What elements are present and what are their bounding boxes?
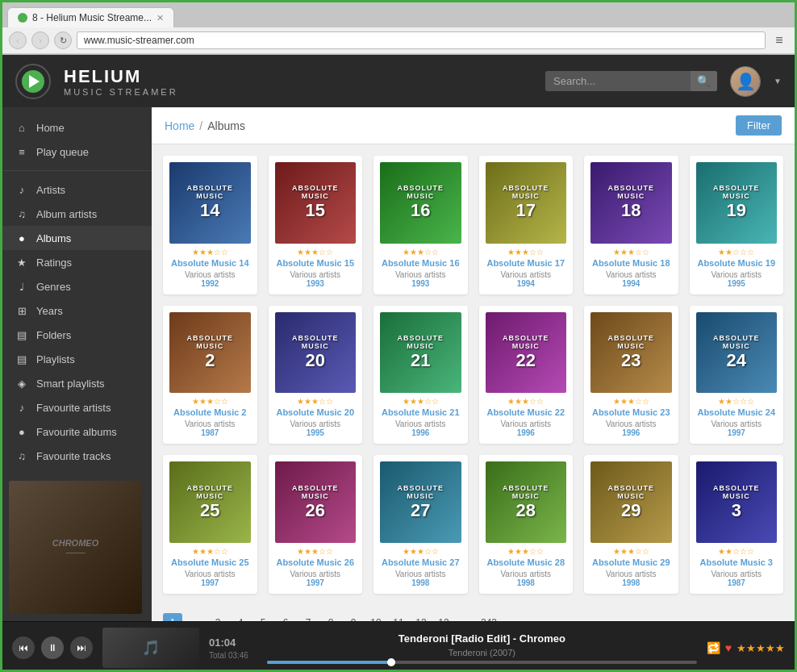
active-tab[interactable]: 8 - Helium Music Streame... ✕ (7, 7, 174, 27)
page-btn-6[interactable]: 6 (276, 613, 295, 621)
album-cover-12: ABSOLUTE MUSIC 24 (696, 312, 778, 394)
album-item-18[interactable]: ABSOLUTE MUSIC 3 ★★☆☆☆ Absolute Music 3 … (690, 455, 784, 594)
sidebar-item-home[interactable]: ⌂ Home (2, 115, 152, 140)
page-btn-242[interactable]: 242 (479, 613, 499, 621)
next-button[interactable]: ⏭ (70, 637, 93, 659)
album-artist-2: Various artists (275, 270, 357, 279)
album-title-4: Absolute Music 17 (486, 258, 567, 269)
album-artist-3: Various artists (380, 270, 461, 279)
tab-close-button[interactable]: ✕ (156, 13, 164, 23)
sidebar-item-albums[interactable]: ● Albums (2, 226, 152, 250)
sidebar-divider-1 (2, 170, 152, 171)
album-item-11[interactable]: ABSOLUTE MUSIC 23 ★★★☆☆ Absolute Music 2… (584, 306, 678, 445)
now-playing-panel: CHROMEO─── (2, 481, 152, 620)
people-icon: ♫ (15, 207, 28, 220)
album-item-4[interactable]: ABSOLUTE MUSIC 17 ★★★☆☆ Absolute Music 1… (479, 156, 574, 294)
sidebar-item-playlists[interactable]: ▤ Playlists (2, 347, 152, 371)
sidebar-item-folders[interactable]: ▤ Folders (2, 323, 152, 347)
album-item-3[interactable]: ABSOLUTE MUSIC 16 ★★★☆☆ Absolute Music 1… (373, 156, 468, 294)
user-dropdown-button[interactable]: ▼ (774, 77, 782, 86)
player-progress-thumb (387, 658, 395, 666)
breadcrumb-home[interactable]: Home (165, 119, 194, 132)
page-btn-9[interactable]: 9 (344, 613, 363, 621)
album-cover-label-5: ABSOLUTE MUSIC 18 (590, 162, 672, 244)
heart-button[interactable]: ♥ (725, 641, 732, 654)
player-progress-fill (267, 661, 391, 664)
sidebar: ⌂ Home ≡ Play queue ♪ Artists ♫ Album ar… (2, 107, 152, 621)
sidebar-item-smart-playlists[interactable]: ◈ Smart playlists (2, 371, 152, 395)
breadcrumb: Home / Albums (165, 119, 245, 132)
album-cover-6: ABSOLUTE MUSIC 19 (696, 162, 778, 244)
address-bar[interactable]: www.music-streamer.com (77, 31, 766, 49)
repeat-button[interactable]: 🔁 (707, 641, 720, 654)
user-avatar[interactable]: 👤 (730, 66, 761, 97)
page-btn-13[interactable]: 13 (434, 613, 453, 621)
album-artist-1: Various artists (169, 270, 251, 279)
sidebar-item-favourite-albums[interactable]: ● Favourite albums (2, 419, 152, 444)
search-button[interactable]: 🔍 (691, 71, 717, 91)
album-cover-label-9: ABSOLUTE MUSIC 21 (380, 312, 461, 394)
album-item-8[interactable]: ABSOLUTE MUSIC 20 ★★★☆☆ Absolute Music 2… (269, 306, 363, 445)
page-btn-3[interactable]: 3 (208, 613, 227, 621)
page-btn-1[interactable]: 1 (163, 613, 182, 621)
sidebar-item-album-artists[interactable]: ♫ Album artists (2, 202, 152, 226)
album-item-5[interactable]: ABSOLUTE MUSIC 18 ★★★☆☆ Absolute Music 1… (584, 156, 678, 294)
sidebar-label-ratings: Ratings (36, 257, 72, 269)
album-item-10[interactable]: ABSOLUTE MUSIC 22 ★★★☆☆ Absolute Music 2… (479, 306, 574, 445)
page-btn-4[interactable]: 4 (231, 613, 250, 621)
player-controls: ⏮ ⏸ ⏭ (12, 637, 93, 659)
album-item-14[interactable]: ABSOLUTE MUSIC 26 ★★★☆☆ Absolute Music 2… (269, 455, 363, 594)
album-item-9[interactable]: ABSOLUTE MUSIC 21 ★★★☆☆ Absolute Music 2… (373, 306, 468, 445)
album-year-16: 1998 (486, 578, 567, 587)
previous-button[interactable]: ⏮ (12, 637, 35, 659)
album-item-1[interactable]: ABSOLUTE MUSIC 14 ★★★☆☆ Absolute Music 1… (163, 156, 257, 294)
album-item-13[interactable]: ABSOLUTE MUSIC 25 ★★★☆☆ Absolute Music 2… (163, 455, 257, 594)
person-icon: ♪ (15, 183, 28, 196)
home-icon: ⌂ (15, 121, 28, 134)
forward-button[interactable]: › (31, 31, 49, 49)
browser-menu-button[interactable]: ≡ (770, 31, 788, 49)
sidebar-item-ratings[interactable]: ★ Ratings (2, 250, 152, 274)
sidebar-item-years[interactable]: ⊞ Years (2, 298, 152, 323)
album-item-12[interactable]: ABSOLUTE MUSIC 24 ★★☆☆☆ Absolute Music 2… (690, 306, 784, 445)
filter-button[interactable]: Filter (736, 115, 782, 136)
album-item-2[interactable]: ABSOLUTE MUSIC 15 ★★★☆☆ Absolute Music 1… (269, 156, 363, 294)
album-cover-5: ABSOLUTE MUSIC 18 (590, 162, 672, 244)
pause-button[interactable]: ⏸ (41, 637, 64, 659)
sidebar-item-play-queue[interactable]: ≡ Play queue (2, 140, 152, 164)
page-btn-11[interactable]: 11 (389, 613, 408, 621)
album-item-17[interactable]: ABSOLUTE MUSIC 29 ★★★☆☆ Absolute Music 2… (584, 455, 678, 594)
album-item-6[interactable]: ABSOLUTE MUSIC 19 ★★☆☆☆ Absolute Music 1… (690, 156, 784, 294)
album-cover-label-8: ABSOLUTE MUSIC 20 (275, 312, 357, 394)
album-item-15[interactable]: ABSOLUTE MUSIC 27 ★★★☆☆ Absolute Music 2… (373, 455, 468, 594)
album-title-14: Absolute Music 26 (275, 557, 357, 568)
album-artist-11: Various artists (590, 419, 672, 428)
page-btn-5[interactable]: 5 (253, 613, 273, 621)
search-input[interactable] (545, 71, 691, 91)
sidebar-item-favourite-tracks[interactable]: ♫ Favourite tracks (2, 444, 152, 468)
sidebar-item-favourite-artists[interactable]: ♪ Favourite artists (2, 395, 152, 419)
refresh-button[interactable]: ↻ (54, 31, 72, 49)
page-btn-12[interactable]: 12 (411, 613, 431, 621)
album-year-10: 1996 (486, 428, 567, 437)
page-btn-7[interactable]: 7 (298, 613, 318, 621)
album-cover-label-2: ABSOLUTE MUSIC 15 (275, 162, 357, 244)
sidebar-item-genres[interactable]: ♩ Genres (2, 274, 152, 298)
album-year-17: 1998 (590, 578, 672, 587)
album-title-16: Absolute Music 28 (486, 557, 567, 568)
album-artist-18: Various artists (696, 570, 778, 578)
album-item-16[interactable]: ABSOLUTE MUSIC 28 ★★★☆☆ Absolute Music 2… (479, 455, 574, 594)
sidebar-item-artists[interactable]: ♪ Artists (2, 177, 152, 202)
album-cover-1: ABSOLUTE MUSIC 14 (169, 162, 251, 244)
list-icon: ≡ (15, 145, 28, 158)
album-item-7[interactable]: ABSOLUTE MUSIC 2 ★★★☆☆ Absolute Music 2 … (163, 306, 257, 445)
page-btn-10[interactable]: 10 (366, 613, 386, 621)
back-button[interactable]: ‹ (9, 31, 27, 49)
album-year-6: 1995 (696, 279, 778, 288)
player-rating-stars[interactable]: ★★★★★ (736, 642, 785, 654)
pagination-ellipsis: ... (457, 613, 476, 621)
album-cover-label-7: ABSOLUTE MUSIC 2 (169, 312, 251, 394)
player-progress-bar[interactable] (267, 661, 697, 664)
browser-controls: ‹ › ↻ www.music-streamer.com ≡ (2, 27, 795, 54)
page-btn-8[interactable]: 8 (321, 613, 340, 621)
